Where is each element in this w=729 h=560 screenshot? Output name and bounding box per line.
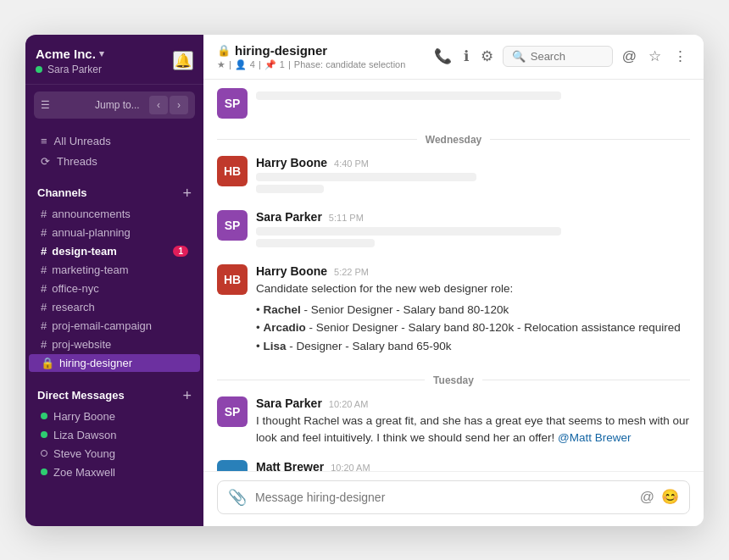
phase-label: Phase: candidate selection [294,59,405,69]
lock-channel-icon: 🔒 [41,357,54,369]
messages-area: SP Wednesday HB Harry Boone 4:40 PM [203,80,704,471]
message-author: Matt Brewer [256,460,324,470]
message-content: Matt Brewer 10:20 AM I'll start drafting… [256,460,690,470]
members-icon: 👤 [235,59,247,70]
unread-badge: 1 [173,246,188,257]
search-input[interactable] [531,50,604,63]
divider-line [217,380,425,380]
channel-item-office-nyc[interactable]: # office-nyc [29,280,200,297]
hash-icon: # [41,301,47,313]
sidebar: Acme Inc. ▾ Sara Parker 🔔 ☰ Jump to... ‹… [25,35,203,526]
message-input[interactable] [255,491,632,504]
add-channel-button[interactable]: + [182,186,192,201]
channels-section-header: Channels + [25,177,203,204]
message-row: SP Sara Parker 5:11 PM [217,208,690,252]
bullet-list: Rachel - Senior Designer - Salary band 8… [256,301,690,356]
channel-item-announcements[interactable]: # announcements [29,205,200,223]
workspace-name[interactable]: Acme Inc. ▾ [36,47,104,61]
lock-icon: 🔒 [217,44,231,57]
sidebar-header: Acme Inc. ▾ Sara Parker 🔔 [25,35,203,85]
day-divider-wednesday: Wednesday [217,134,690,146]
main-content: 🔒 hiring-designer ★ | 👤 4 | 📌 1 | Phase:… [203,35,704,526]
mention[interactable]: @Matt Brewer [558,431,631,444]
message-text: Candidate selection for the new web desi… [256,280,690,297]
info-button[interactable]: ℹ [461,45,471,68]
dm-item-harry-boone[interactable]: Harry Boone [29,408,200,425]
chevron-down-icon: ▾ [99,48,104,59]
day-divider-tuesday: Tuesday [217,374,690,386]
day-label: Wednesday [426,134,481,146]
hash-icon: # [41,282,47,295]
channel-name: hiring-designer [235,43,327,58]
emoji-button[interactable]: 😊 [661,488,679,506]
message-content: Harry Boone 4:40 PM [256,156,690,197]
threads-icon: ⟳ [41,155,50,168]
hash-icon: # [41,208,47,220]
message-row: SP [217,86,690,120]
message-header: Harry Boone 5:22 PM [256,264,690,278]
star-icon[interactable]: ★ [217,59,225,70]
search-box[interactable]: 🔍 [503,46,613,67]
message-input-area: 📎 @ 😊 [203,471,704,526]
offline-status-dot [41,450,47,457]
call-button[interactable]: 📞 [431,45,454,68]
dm-section-header: Direct Messages + [25,380,203,407]
at-mention-button[interactable]: @ [640,489,654,506]
avatar: MB [217,460,248,470]
list-item: Lisa - Designer - Salary band 65-90k [256,337,690,356]
channel-item-hiring-designer[interactable]: 🔒 hiring-designer [29,354,200,372]
user-status: Sara Parker [36,64,104,75]
message-placeholder [256,239,375,247]
divider-line [217,139,417,140]
status-dot-online [36,66,42,73]
message-placeholder [256,91,561,100]
message-row: HB Harry Boone 4:40 PM [217,154,690,198]
input-icons: @ 😊 [640,488,679,506]
message-placeholder [256,227,561,236]
message-content: Sara Parker 5:11 PM [256,210,690,251]
nav-back-button[interactable]: ‹ [149,96,168,114]
add-dm-button[interactable]: + [182,388,192,403]
channel-item-design-team[interactable]: # design-team 1 [29,242,200,260]
more-button[interactable]: ⋮ [671,45,690,68]
jump-to-label: Jump to... [95,99,144,111]
jump-to-bar[interactable]: ☰ Jump to... ‹ › [34,91,195,119]
hash-icon: # [41,338,47,351]
all-unreads-label: All Unreads [54,135,111,147]
attach-button[interactable]: 📎 [228,488,247,507]
notification-bell-button[interactable]: 🔔 [173,51,193,70]
bookmark-button[interactable]: ☆ [646,45,664,68]
message-row: HB Harry Boone 5:22 PM Candidate selecti… [217,263,690,361]
avatar: SP [217,396,248,427]
channel-item-annual-planning[interactable]: # annual-planning [29,224,200,241]
divider-line [490,139,690,140]
nav-forward-button[interactable]: › [170,96,188,114]
mention-button[interactable]: @ [620,46,639,68]
header-actions: 📞 ℹ ⚙ 🔍 @ ☆ ⋮ [431,45,690,68]
message-author: Sara Parker [256,396,322,410]
channel-item-proj-email-campaign[interactable]: # proj-email-campaign [29,317,200,335]
list-item: Arcadio - Senior Designer - Salary band … [256,319,690,337]
settings-button[interactable]: ⚙ [478,45,496,68]
jump-nav: ‹ › [149,96,188,114]
hash-icon: # [41,263,47,276]
avatar: SP [217,210,248,241]
sidebar-item-all-unreads[interactable]: ≡ All Unreads [29,131,200,151]
dm-item-steve-young[interactable]: Steve Young [29,445,200,463]
message-content: Harry Boone 5:22 PM Candidate selection … [256,264,690,359]
message-time: 10:20 AM [331,463,370,470]
hash-icon: # [41,319,47,332]
message-author: Harry Boone [256,264,327,278]
sidebar-item-threads[interactable]: ⟳ Threads [29,152,200,171]
unreads-icon: ≡ [41,135,47,147]
channel-header: 🔒 hiring-designer ★ | 👤 4 | 📌 1 | Phase:… [203,35,704,80]
channel-item-proj-website[interactable]: # proj-website [29,335,200,353]
channel-title-area: 🔒 hiring-designer ★ | 👤 4 | 📌 1 | Phase:… [217,43,423,70]
message-placeholder [256,185,324,193]
message-header: Sara Parker 5:11 PM [256,210,690,224]
pin-icon: 📌 [264,59,276,70]
dm-item-liza-dawson[interactable]: Liza Dawson [29,426,200,444]
channel-item-marketing-team[interactable]: # marketing-team [29,261,200,279]
dm-item-zoe-maxwell[interactable]: Zoe Maxwell [29,463,200,481]
channel-item-research[interactable]: # research [29,298,200,316]
